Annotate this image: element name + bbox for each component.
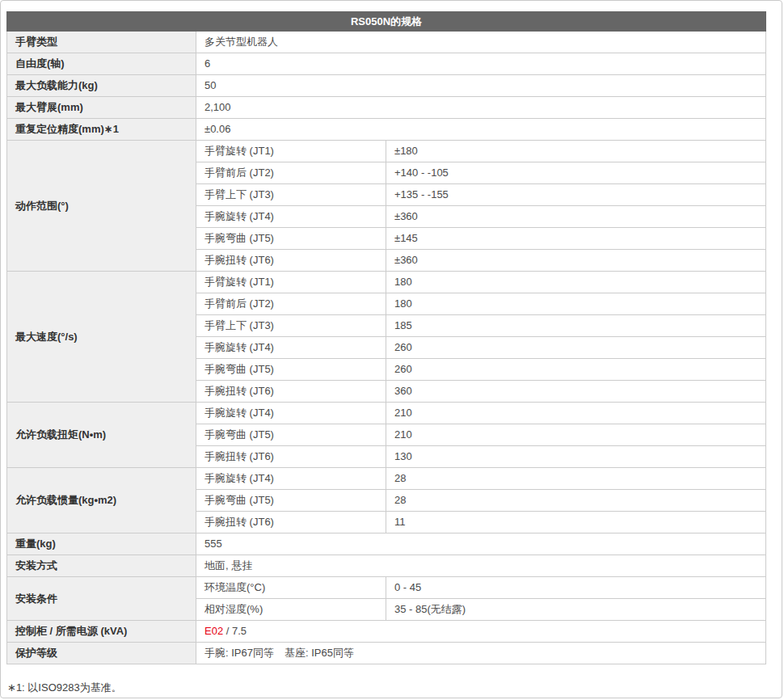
spec-value: 260: [386, 359, 766, 381]
sub-parameter: 手臂前后 (JT2): [196, 162, 386, 184]
row-label: 重量(kg): [7, 533, 196, 555]
table-row: 自由度(轴)6: [7, 53, 766, 75]
sub-parameter: 手臂前后 (JT2): [196, 293, 386, 315]
controller-link[interactable]: E02: [204, 625, 223, 637]
sub-parameter: 环境温度(°C): [196, 577, 386, 599]
sub-parameter: 手腕旋转 (JT4): [196, 337, 386, 359]
table-row: 最大速度(°/s)手臂旋转 (JT1)180: [7, 272, 766, 293]
spec-value: ±360: [386, 250, 766, 272]
power-value: / 7.5: [223, 625, 247, 637]
row-label: 控制柜 / 所需电源 (kVA): [7, 621, 196, 643]
row-label: 最大臂展(mm): [7, 97, 196, 119]
spec-value: 28: [386, 468, 766, 490]
spec-value: 2,100: [196, 97, 766, 119]
sub-parameter: 手臂旋转 (JT1): [196, 272, 386, 293]
row-label: 安装方式: [7, 555, 196, 577]
spec-value: 210: [386, 424, 766, 446]
table-row: 控制柜 / 所需电源 (kVA)E02 / 7.5: [7, 621, 766, 643]
table-header-row: RS050N的规格: [7, 12, 766, 32]
spec-value: 地面, 悬挂: [196, 555, 766, 577]
sub-parameter: 手臂上下 (JT3): [196, 184, 386, 206]
sub-parameter: 手臂旋转 (JT1): [196, 141, 386, 162]
table-row: 重量(kg)555: [7, 533, 766, 555]
row-label: 重复定位精度(mm)∗1: [7, 119, 196, 141]
table-row: 重复定位精度(mm)∗1±0.06: [7, 119, 766, 141]
spec-value: 555: [196, 533, 766, 555]
sub-parameter: 相对湿度(%): [196, 599, 386, 621]
sub-parameter: 手腕弯曲 (JT5): [196, 359, 386, 381]
sub-parameter: 手腕扭转 (JT6): [196, 381, 386, 403]
sub-parameter: 手腕扭转 (JT6): [196, 446, 386, 468]
spec-value: 180: [386, 272, 766, 293]
table-row: 安装方式地面, 悬挂: [7, 555, 766, 577]
table-row: 动作范围(°)手臂旋转 (JT1)±180: [7, 141, 766, 162]
spec-value: ±145: [386, 228, 766, 250]
spec-value: +135 - -155: [386, 184, 766, 206]
table-row: 允许负载扭矩(N•m)手腕旋转 (JT4)210: [7, 403, 766, 424]
row-label: 允许负载扭矩(N•m): [7, 403, 196, 468]
spec-table-body: RS050N的规格 手臂类型多关节型机器人自由度(轴)6最大负载能力(kg)50…: [7, 12, 766, 664]
spec-value: 6: [196, 53, 766, 75]
sub-parameter: 手腕弯曲 (JT5): [196, 490, 386, 512]
spec-value: 28: [386, 490, 766, 512]
row-label: 自由度(轴): [7, 53, 196, 75]
spec-value: 210: [386, 403, 766, 424]
sub-parameter: 手腕旋转 (JT4): [196, 403, 386, 424]
row-label: 最大负载能力(kg): [7, 75, 196, 97]
spec-value: ±360: [386, 206, 766, 228]
table-row: 安装条件环境温度(°C)0 - 45: [7, 577, 766, 599]
spec-value: ±180: [386, 141, 766, 162]
table-row: 手臂类型多关节型机器人: [7, 32, 766, 53]
spec-value: 130: [386, 446, 766, 468]
sub-parameter: 手腕旋转 (JT4): [196, 468, 386, 490]
spec-value: 185: [386, 315, 766, 337]
spec-value: 50: [196, 75, 766, 97]
row-label: 动作范围(°): [7, 141, 196, 272]
sub-parameter: 手腕扭转 (JT6): [196, 512, 386, 533]
sub-parameter: 手腕弯曲 (JT5): [196, 228, 386, 250]
table-row: 最大臂展(mm)2,100: [7, 97, 766, 119]
spec-value: 0 - 45: [386, 577, 766, 599]
sub-parameter: 手腕扭转 (JT6): [196, 250, 386, 272]
spec-value: E02 / 7.5: [196, 621, 766, 643]
footnote: ∗1: 以ISO9283为基准。: [7, 681, 765, 695]
row-label: 允许负载惯量(kg•m2): [7, 468, 196, 533]
row-label: 最大速度(°/s): [7, 272, 196, 403]
spec-value: 多关节型机器人: [196, 32, 766, 53]
spec-value: 35 - 85(无结露): [386, 599, 766, 621]
sub-parameter: 手臂上下 (JT3): [196, 315, 386, 337]
sub-parameter: 手腕旋转 (JT4): [196, 206, 386, 228]
spec-value: ±0.06: [196, 119, 766, 141]
spec-value: 260: [386, 337, 766, 359]
row-label: 保护等级: [7, 643, 196, 664]
table-row: 最大负载能力(kg)50: [7, 75, 766, 97]
sub-parameter: 手腕弯曲 (JT5): [196, 424, 386, 446]
table-title: RS050N的规格: [7, 12, 766, 32]
spec-value: 11: [386, 512, 766, 533]
table-row: 保护等级手腕: IP67同等 基座: IP65同等: [7, 643, 766, 664]
page-frame: RS050N的规格 手臂类型多关节型机器人自由度(轴)6最大负载能力(kg)50…: [0, 0, 782, 698]
row-label: 手臂类型: [7, 32, 196, 53]
spec-value: +140 - -105: [386, 162, 766, 184]
spec-value: 180: [386, 293, 766, 315]
spec-table: RS050N的规格 手臂类型多关节型机器人自由度(轴)6最大负载能力(kg)50…: [6, 11, 766, 664]
row-label: 安装条件: [7, 577, 196, 621]
table-row: 允许负载惯量(kg•m2)手腕旋转 (JT4)28: [7, 468, 766, 490]
spec-value: 360: [386, 381, 766, 403]
spec-value: 手腕: IP67同等 基座: IP65同等: [196, 643, 766, 664]
content-area: RS050N的规格 手臂类型多关节型机器人自由度(轴)6最大负载能力(kg)50…: [1, 1, 782, 695]
